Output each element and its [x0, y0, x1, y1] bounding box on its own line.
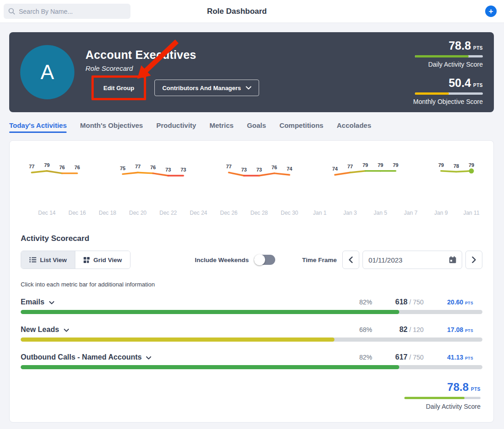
tabs: Today's ActivitiesMonth's ObjectivesProd…: [9, 118, 494, 134]
tab-today-s-activities[interactable]: Today's Activities: [9, 118, 67, 134]
x-axis-tick-label: Jan 5: [374, 210, 387, 216]
grid-icon: [84, 257, 90, 263]
tab-productivity[interactable]: Productivity: [156, 118, 196, 134]
score-label: Daily Activity Score: [428, 61, 483, 68]
chevron-down-icon[interactable]: [49, 301, 54, 304]
list-view-label: List View: [40, 257, 67, 263]
metric-percent: 82%: [345, 354, 372, 361]
sparkline-segment: [259, 173, 274, 176]
include-weekends-label: Include Weekends: [195, 257, 249, 263]
sparkline-segment: [123, 172, 138, 174]
grid-view-button[interactable]: Grid View: [75, 251, 130, 269]
date-input[interactable]: [368, 256, 449, 264]
tab-accolades[interactable]: Accolades: [337, 118, 371, 134]
tab-metrics[interactable]: Metrics: [210, 118, 234, 134]
point-value-label: 74: [287, 166, 293, 172]
x-axis-tick-label: Dec 18: [99, 210, 116, 216]
point-value-label: 77: [29, 164, 34, 169]
page-title: Role Dashboard: [207, 7, 266, 16]
edit-group-label: Edit Group: [103, 85, 134, 92]
metric-progress-bar[interactable]: [21, 337, 482, 342]
point-value-label: 76: [272, 165, 277, 170]
tab-goals[interactable]: Goals: [247, 118, 266, 134]
metric-progress-fill: [21, 365, 399, 369]
score-bar-fill: [415, 92, 449, 95]
score-unit: PTS: [473, 83, 483, 88]
point-value-label: 76: [59, 165, 65, 170]
x-axis-tick-label: Dec 14: [38, 210, 56, 216]
summary-score-bar: [404, 397, 481, 399]
x-axis-tick-label: Dec 30: [281, 210, 298, 216]
score-value: 78.8: [448, 39, 471, 52]
x-axis-tick-label: Dec 20: [129, 210, 147, 216]
scorecard-title: Activity Scorecard: [21, 234, 482, 243]
metric-progress-bar[interactable]: [21, 365, 482, 369]
x-axis-tick-label: Jan 3: [343, 210, 357, 216]
metric-progress-fill: [21, 337, 334, 342]
metric-percent: 82%: [345, 298, 372, 306]
date-field[interactable]: [362, 251, 462, 269]
metric-row: Outbound Calls - Named Accounts82%617 / …: [21, 353, 482, 369]
activity-sparkline-chart: 7779767675777673737773737674747779797979…: [10, 154, 493, 229]
point-value-label: 79: [362, 162, 368, 168]
point-value-label: 73: [181, 167, 186, 172]
point-value-label: 74: [332, 166, 338, 172]
next-date-button[interactable]: [465, 251, 482, 269]
chevron-down-icon[interactable]: [146, 356, 151, 360]
contributors-dropdown[interactable]: Contributors And Managers: [154, 80, 259, 96]
summary-score-label: Daily Activity Score: [426, 403, 481, 410]
score-bar-fill: [415, 55, 469, 57]
sparkline-segment: [47, 171, 62, 173]
metric-name[interactable]: Emails: [21, 298, 54, 306]
point-value-label: 77: [347, 164, 353, 169]
metric-name-label: Outbound Calls - Named Accounts: [21, 353, 142, 361]
sparkline-segment: [441, 171, 456, 172]
prev-date-button[interactable]: [342, 251, 359, 269]
x-axis-tick-label: Dec 24: [190, 210, 207, 216]
metric-points: 41.13: [447, 354, 463, 361]
add-button[interactable]: +: [485, 6, 497, 17]
metric-points-unit: PTS: [465, 301, 473, 305]
chevron-left-icon: [349, 257, 353, 263]
sparkline-segment: [32, 171, 47, 172]
tab-month-s-objectives[interactable]: Month's Objectives: [80, 118, 143, 134]
metric-target: / 750: [409, 298, 424, 306]
metric-points-unit: PTS: [465, 356, 473, 360]
grid-view-label: Grid View: [93, 257, 122, 263]
avatar: A: [20, 45, 74, 99]
calendar-icon[interactable]: [449, 256, 456, 264]
point-value-label: 79: [438, 162, 444, 168]
score-bar: [415, 92, 483, 95]
daily-score-summary: 78.8 PTS Daily Activity Score: [10, 381, 481, 410]
metric-row: New Leads68%82 / 12017.08 PTS: [21, 326, 482, 342]
point-value-label: 79: [469, 162, 474, 168]
search-box[interactable]: [4, 4, 130, 19]
score-label: Monthly Objective Score: [413, 98, 483, 105]
include-weekends-toggle[interactable]: [254, 255, 275, 265]
edit-group-button[interactable]: Edit Group: [97, 80, 141, 96]
x-axis-tick-label: Jan 1: [313, 210, 327, 216]
chevron-down-icon: [246, 86, 251, 90]
search-input[interactable]: [19, 8, 126, 15]
point-value-label: 79: [393, 162, 398, 168]
summary-score-value: 78.8: [447, 381, 469, 394]
hero-score: 50.4PTSMonthly Objective Score: [413, 76, 483, 105]
hero-score: 78.8PTSDaily Activity Score: [413, 39, 483, 68]
x-axis-tick-label: Jan 9: [434, 210, 448, 216]
metric-progress-bar[interactable]: [21, 310, 482, 314]
point-value-label: 79: [378, 162, 383, 168]
sparkline-segment: [138, 172, 153, 173]
metric-row: Emails82%618 / 75020.60 PTS: [21, 298, 482, 314]
score-bar: [415, 55, 483, 57]
hero-scores: 78.8PTSDaily Activity Score50.4PTSMonthl…: [413, 39, 483, 105]
view-switcher: List View Grid View: [21, 251, 130, 269]
list-view-button[interactable]: List View: [21, 251, 75, 269]
tab-competitions[interactable]: Competitions: [279, 118, 323, 134]
metric-percent: 68%: [345, 326, 372, 333]
metric-name[interactable]: Outbound Calls - Named Accounts: [21, 353, 151, 361]
chevron-down-icon[interactable]: [64, 329, 69, 332]
search-icon: [8, 8, 15, 15]
topbar: Role Dashboard +: [0, 0, 504, 23]
sparkline-segment: [274, 173, 289, 175]
metric-name[interactable]: New Leads: [21, 326, 69, 334]
